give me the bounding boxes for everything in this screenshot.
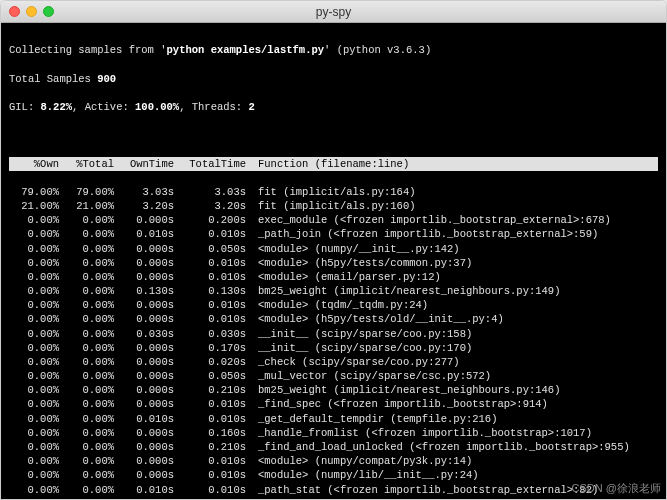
table-row: 79.00%79.00%3.03s3.03sfit (implicit/als.… bbox=[9, 185, 658, 199]
cell-own_time: 0.000s bbox=[114, 497, 174, 499]
cell-func: <module> (email/parser.py:12) bbox=[246, 270, 658, 284]
watermark: CSDN @徐浪老师 bbox=[572, 481, 661, 496]
cell-own_pct: 21.00% bbox=[9, 199, 59, 213]
cell-total_time: 0.210s bbox=[174, 383, 246, 397]
table-header: %Own%TotalOwnTimeTotalTimeFunction (file… bbox=[9, 157, 658, 171]
cell-own_time: 3.03s bbox=[114, 185, 174, 199]
cell-func: _mul_vector (scipy/sparse/csc.py:572) bbox=[246, 369, 658, 383]
col-own-time: OwnTime bbox=[114, 157, 174, 171]
cell-own_pct: 0.00% bbox=[9, 412, 59, 426]
terminal-window: py-spy Collecting samples from 'python e… bbox=[0, 0, 667, 500]
cell-own_pct: 0.00% bbox=[9, 256, 59, 270]
table-row: 0.00%0.00%0.000s0.010s<module> (numpy/co… bbox=[9, 454, 658, 468]
cell-total_time: 0.050s bbox=[174, 369, 246, 383]
cell-own_pct: 0.00% bbox=[9, 397, 59, 411]
table-body: 79.00%79.00%3.03s3.03sfit (implicit/als.… bbox=[9, 185, 658, 499]
cell-own_time: 0.010s bbox=[114, 483, 174, 497]
cell-own_pct: 0.00% bbox=[9, 298, 59, 312]
cell-func: exec_module (<frozen importlib._bootstra… bbox=[246, 213, 658, 227]
table-row: 0.00%0.00%0.010s0.010s_path_stat (<froze… bbox=[9, 483, 658, 497]
blank-line bbox=[9, 128, 658, 142]
cell-own_time: 0.000s bbox=[114, 298, 174, 312]
titlebar[interactable]: py-spy bbox=[1, 1, 666, 23]
cell-own_time: 0.000s bbox=[114, 426, 174, 440]
table-row: 0.00%0.00%0.000s0.020s_check (scipy/spar… bbox=[9, 355, 658, 369]
cell-total_pct: 0.00% bbox=[59, 440, 114, 454]
col-total-time: TotalTime bbox=[174, 157, 246, 171]
cell-func: __init__ (scipy/sparse/coo.py:158) bbox=[246, 327, 658, 341]
cell-own_pct: 0.00% bbox=[9, 483, 59, 497]
table-row: 0.00%0.00%0.000s0.050s_mul_vector (scipy… bbox=[9, 369, 658, 383]
table-row: 0.00%0.00%0.010s0.010s_get_default_tempd… bbox=[9, 412, 658, 426]
cell-total_pct: 0.00% bbox=[59, 454, 114, 468]
cell-total_pct: 0.00% bbox=[59, 327, 114, 341]
cell-total_pct: 0.00% bbox=[59, 341, 114, 355]
table-row: 0.00%0.00%0.030s0.030s__init__ (scipy/sp… bbox=[9, 327, 658, 341]
cell-own_pct: 0.00% bbox=[9, 440, 59, 454]
col-total-pct: %Total bbox=[59, 157, 114, 171]
cell-own_pct: 0.00% bbox=[9, 242, 59, 256]
cell-total_time: 0.210s bbox=[174, 440, 246, 454]
cell-total_pct: 0.00% bbox=[59, 397, 114, 411]
cell-total_pct: 0.00% bbox=[59, 213, 114, 227]
table-row: 0.00%0.00%0.000s0.210s_find_and_load_unl… bbox=[9, 440, 658, 454]
table-row: 0.00%0.00%0.000s0.010s<module> (h5py/tes… bbox=[9, 256, 658, 270]
cell-own_pct: 0.00% bbox=[9, 454, 59, 468]
cell-own_pct: 0.00% bbox=[9, 468, 59, 482]
cell-func: _path_join (<frozen importlib._bootstrap… bbox=[246, 227, 658, 241]
script-path: python examples/lastfm.py bbox=[167, 44, 325, 56]
table-row: 0.00%0.00%0.000s0.050s<module> (numpy/__… bbox=[9, 242, 658, 256]
cell-own_pct: 0.00% bbox=[9, 327, 59, 341]
table-row: 0.00%0.00%0.000s0.200sexec_module (<froz… bbox=[9, 213, 658, 227]
cell-own_time: 0.010s bbox=[114, 227, 174, 241]
cell-total_time: 3.03s bbox=[174, 185, 246, 199]
cell-own_pct: 0.00% bbox=[9, 312, 59, 326]
cell-own_time: 0.000s bbox=[114, 440, 174, 454]
table-row: 0.00%0.00%0.000s0.170s__init__ (scipy/sp… bbox=[9, 341, 658, 355]
cell-own_time: 0.000s bbox=[114, 242, 174, 256]
cell-func: <module> (h5py/tests/common.py:37) bbox=[246, 256, 658, 270]
cell-own_time: 0.000s bbox=[114, 270, 174, 284]
collecting-line: Collecting samples from 'python examples… bbox=[9, 43, 658, 57]
cell-total_pct: 0.00% bbox=[59, 412, 114, 426]
table-row: 21.00%21.00%3.20s3.20sfit (implicit/als.… bbox=[9, 199, 658, 213]
cell-own_pct: 0.00% bbox=[9, 341, 59, 355]
table-row: 0.00%0.00%0.000s0.160s_handle_fromlist (… bbox=[9, 426, 658, 440]
cell-func: <module> (tqdm/_tqdm.py:24) bbox=[246, 298, 658, 312]
cell-own_pct: 0.00% bbox=[9, 270, 59, 284]
table-row: 0.00%0.00%0.000s0.010s<module> (tqdm/_tq… bbox=[9, 298, 658, 312]
cell-func: _find_spec (<frozen importlib._bootstrap… bbox=[246, 397, 658, 411]
cell-func: fit (implicit/als.py:160) bbox=[246, 199, 658, 213]
cell-total_time: 0.050s bbox=[174, 242, 246, 256]
window-title: py-spy bbox=[1, 5, 666, 19]
cell-total_time: 0.010s bbox=[174, 468, 246, 482]
cell-own_pct: 0.00% bbox=[9, 355, 59, 369]
cell-total_pct: 0.00% bbox=[59, 298, 114, 312]
cell-own_pct: 0.00% bbox=[9, 497, 59, 499]
gil-line: GIL: 8.22%, Active: 100.00%, Threads: 2 bbox=[9, 100, 658, 114]
cell-total_time: 0.160s bbox=[174, 426, 246, 440]
cell-func: _find_and_load_unlocked (<frozen importl… bbox=[246, 440, 658, 454]
table-row: 0.00%0.00%0.000s0.010s<module> (numpy/co… bbox=[9, 497, 658, 499]
cell-own_time: 0.000s bbox=[114, 256, 174, 270]
cell-total_pct: 0.00% bbox=[59, 242, 114, 256]
cell-own_pct: 0.00% bbox=[9, 213, 59, 227]
cell-func: fit (implicit/als.py:164) bbox=[246, 185, 658, 199]
cell-total_pct: 0.00% bbox=[59, 256, 114, 270]
table-row: 0.00%0.00%0.000s0.010s<module> (h5py/tes… bbox=[9, 312, 658, 326]
cell-total_time: 0.010s bbox=[174, 497, 246, 499]
cell-own_time: 0.000s bbox=[114, 454, 174, 468]
cell-total_pct: 0.00% bbox=[59, 355, 114, 369]
cell-total_pct: 21.00% bbox=[59, 199, 114, 213]
cell-own_time: 0.000s bbox=[114, 369, 174, 383]
cell-own_time: 0.000s bbox=[114, 397, 174, 411]
cell-own_pct: 0.00% bbox=[9, 383, 59, 397]
cell-total_pct: 0.00% bbox=[59, 468, 114, 482]
cell-total_time: 0.010s bbox=[174, 483, 246, 497]
cell-total_time: 3.20s bbox=[174, 199, 246, 213]
cell-total_time: 0.010s bbox=[174, 270, 246, 284]
terminal-body[interactable]: Collecting samples from 'python examples… bbox=[1, 23, 666, 499]
cell-total_pct: 79.00% bbox=[59, 185, 114, 199]
col-own-pct: %Own bbox=[9, 157, 59, 171]
cell-total_pct: 0.00% bbox=[59, 312, 114, 326]
